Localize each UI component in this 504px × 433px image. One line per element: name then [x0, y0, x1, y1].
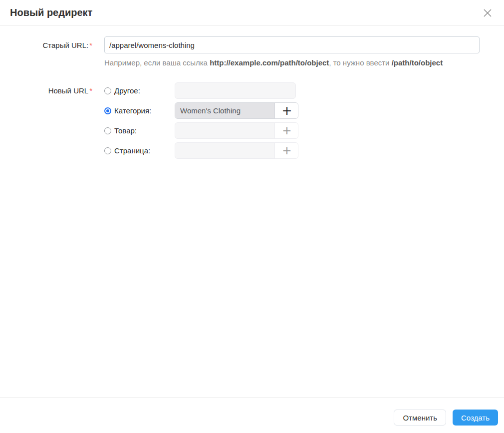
new-url-option-other: Другое: — [104, 82, 298, 99]
radio-category[interactable]: Категория: — [104, 106, 175, 115]
new-url-option-page: Страница: + — [104, 142, 298, 159]
new-url-label: Новый URL* — [0, 82, 92, 162]
new-url-row: Новый URL* Другое: Категория: — [0, 82, 504, 162]
close-button[interactable] — [482, 7, 493, 18]
close-icon — [483, 8, 492, 17]
radio-icon[interactable] — [104, 107, 111, 114]
radio-page[interactable]: Страница: — [104, 146, 175, 155]
old-url-input[interactable] — [104, 36, 480, 53]
new-url-option-category: Категория: + — [104, 102, 298, 119]
modal-body: Старый URL:* Например, если ваша ссылка … — [0, 36, 504, 162]
plus-icon: + — [282, 125, 291, 136]
cancel-button[interactable]: Отменить — [394, 410, 446, 426]
new-url-option-product: Товар: + — [104, 122, 298, 139]
radio-icon[interactable] — [104, 127, 111, 134]
page-title: Новый редирект — [10, 7, 92, 18]
required-asterisk: * — [89, 41, 92, 49]
new-redirect-modal: Новый редирект Старый URL:* Например, ес… — [0, 0, 504, 433]
product-input[interactable] — [175, 123, 274, 138]
plus-icon: + — [282, 145, 291, 156]
other-url-input[interactable] — [175, 83, 295, 98]
radio-other[interactable]: Другое: — [104, 86, 175, 95]
old-url-hint: Например, если ваша ссылка http://exampl… — [104, 58, 480, 67]
plus-icon: + — [282, 104, 292, 117]
required-asterisk: * — [89, 86, 92, 95]
add-product-button[interactable]: + — [274, 123, 298, 138]
page-input[interactable] — [175, 143, 274, 158]
radio-product[interactable]: Товар: — [104, 126, 175, 135]
old-url-row: Старый URL:* Например, если ваша ссылка … — [0, 36, 504, 67]
category-input[interactable] — [175, 103, 274, 118]
radio-icon[interactable] — [104, 87, 111, 94]
old-url-label: Старый URL:* — [0, 36, 92, 67]
add-category-button[interactable]: + — [274, 103, 298, 118]
create-button[interactable]: Создать — [453, 410, 498, 426]
modal-header: Новый редирект — [0, 0, 504, 26]
modal-footer: Отменить Создать — [0, 397, 504, 433]
add-page-button[interactable]: + — [274, 143, 298, 158]
radio-icon[interactable] — [104, 147, 111, 154]
